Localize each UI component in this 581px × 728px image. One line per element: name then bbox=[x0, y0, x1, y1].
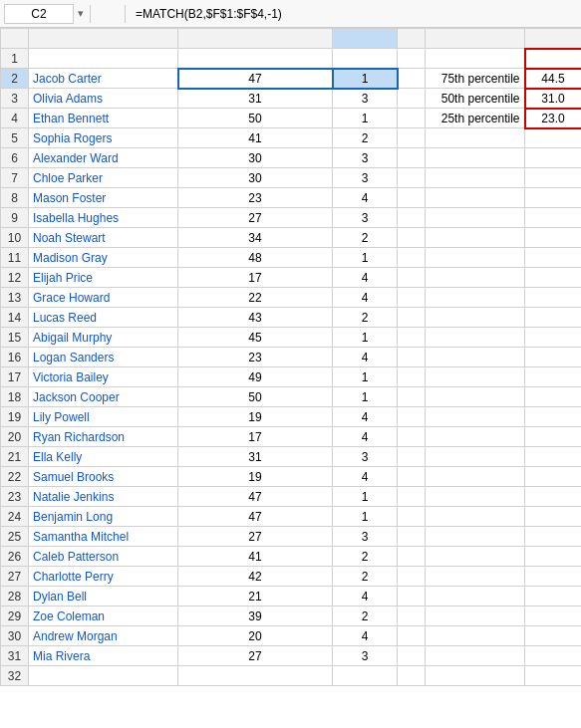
cell-E32[interactable] bbox=[426, 666, 525, 686]
cell-f16[interactable] bbox=[525, 348, 582, 367]
cell-b4[interactable]: 50 bbox=[178, 109, 333, 128]
cell-c23[interactable]: 1 bbox=[333, 487, 398, 507]
cell-d10[interactable] bbox=[398, 228, 426, 248]
cell-a20[interactable]: Ryan Richardson bbox=[29, 427, 178, 447]
cell-e9[interactable] bbox=[426, 208, 525, 228]
cell-d6[interactable] bbox=[398, 148, 426, 168]
cell-f24[interactable] bbox=[525, 507, 582, 527]
cell-a23[interactable]: Natalie Jenkins bbox=[29, 487, 178, 507]
cell-c6[interactable]: 3 bbox=[333, 148, 398, 168]
cell-f7[interactable] bbox=[525, 168, 582, 188]
col-f-header[interactable] bbox=[525, 29, 582, 49]
cell-f29[interactable] bbox=[525, 607, 582, 626]
cell-d28[interactable] bbox=[398, 587, 426, 607]
cell-d29[interactable] bbox=[398, 607, 426, 626]
cell-a16[interactable]: Logan Sanders bbox=[29, 348, 178, 367]
cell-e5[interactable] bbox=[426, 128, 525, 148]
cell-c26[interactable]: 2 bbox=[333, 547, 398, 567]
cell-c12[interactable]: 4 bbox=[333, 268, 398, 288]
cell-d9[interactable] bbox=[398, 208, 426, 228]
cell-c21[interactable]: 3 bbox=[333, 447, 398, 467]
cell-b5[interactable]: 41 bbox=[178, 128, 333, 148]
cell-a17[interactable]: Victoria Bailey bbox=[29, 367, 178, 387]
cell-b1[interactable] bbox=[178, 49, 333, 69]
cell-c16[interactable]: 4 bbox=[333, 348, 398, 367]
cell-d20[interactable] bbox=[398, 427, 426, 447]
cell-d23[interactable] bbox=[398, 487, 426, 507]
cell-f23[interactable] bbox=[525, 487, 582, 507]
cell-e19[interactable] bbox=[426, 407, 525, 427]
cell-b23[interactable]: 47 bbox=[178, 487, 333, 507]
cell-b28[interactable]: 21 bbox=[178, 587, 333, 607]
cell-c11[interactable]: 1 bbox=[333, 248, 398, 268]
cell-e18[interactable] bbox=[426, 387, 525, 407]
cell-e7[interactable] bbox=[426, 168, 525, 188]
cell-d25[interactable] bbox=[398, 527, 426, 547]
formula-input[interactable] bbox=[132, 5, 577, 23]
cell-b13[interactable]: 22 bbox=[178, 288, 333, 308]
cell-c28[interactable]: 4 bbox=[333, 587, 398, 607]
cell-a14[interactable]: Lucas Reed bbox=[29, 308, 178, 328]
cell-f20[interactable] bbox=[525, 427, 582, 447]
cell-a29[interactable]: Zoe Coleman bbox=[29, 607, 178, 626]
cell-f19[interactable] bbox=[525, 407, 582, 427]
cell-a9[interactable]: Isabella Hughes bbox=[29, 208, 178, 228]
cell-b22[interactable]: 19 bbox=[178, 467, 333, 487]
cell-f26[interactable] bbox=[525, 547, 582, 567]
cell-d21[interactable] bbox=[398, 447, 426, 467]
cell-f27[interactable] bbox=[525, 567, 582, 587]
cell-e13[interactable] bbox=[426, 288, 525, 308]
cell-d11[interactable] bbox=[398, 248, 426, 268]
cell-e8[interactable] bbox=[426, 188, 525, 208]
cell-b14[interactable]: 43 bbox=[178, 308, 333, 328]
cell-d18[interactable] bbox=[398, 387, 426, 407]
cell-e26[interactable] bbox=[426, 547, 525, 567]
cell-a6[interactable]: Alexander Ward bbox=[29, 148, 178, 168]
cell-e17[interactable] bbox=[426, 367, 525, 387]
cell-d12[interactable] bbox=[398, 268, 426, 288]
cell-f9[interactable] bbox=[525, 208, 582, 228]
cell-e10[interactable] bbox=[426, 228, 525, 248]
cell-a4[interactable]: Ethan Bennett bbox=[29, 109, 178, 128]
cell-c4[interactable]: 1 bbox=[333, 109, 398, 128]
cell-f12[interactable] bbox=[525, 268, 582, 288]
cell-f17[interactable] bbox=[525, 367, 582, 387]
cell-a21[interactable]: Ella Kelly bbox=[29, 447, 178, 467]
cell-f25[interactable] bbox=[525, 527, 582, 547]
cell-e22[interactable] bbox=[426, 467, 525, 487]
cell-b18[interactable]: 50 bbox=[178, 387, 333, 407]
cell-e29[interactable] bbox=[426, 607, 525, 626]
cell-a2[interactable]: Jacob Carter bbox=[29, 69, 178, 89]
cell-b7[interactable]: 30 bbox=[178, 168, 333, 188]
cell-b27[interactable]: 42 bbox=[178, 567, 333, 587]
cell-c25[interactable]: 3 bbox=[333, 527, 398, 547]
cell-e3[interactable]: 50th percentile bbox=[426, 89, 525, 109]
cell-a1[interactable] bbox=[29, 49, 178, 69]
cell-b10[interactable]: 34 bbox=[178, 228, 333, 248]
cell-f18[interactable] bbox=[525, 387, 582, 407]
col-e-header[interactable] bbox=[426, 29, 525, 49]
cell-a22[interactable]: Samuel Brooks bbox=[29, 467, 178, 487]
cell-F32[interactable] bbox=[525, 666, 582, 686]
cell-name-box[interactable] bbox=[4, 4, 74, 24]
cell-c19[interactable]: 4 bbox=[333, 407, 398, 427]
cell-b3[interactable]: 31 bbox=[178, 89, 333, 109]
cell-d5[interactable] bbox=[398, 128, 426, 148]
cell-e31[interactable] bbox=[426, 646, 525, 666]
cell-c7[interactable]: 3 bbox=[333, 168, 398, 188]
cell-f3[interactable]: 31.0 bbox=[525, 89, 582, 109]
col-c-header[interactable] bbox=[333, 29, 398, 49]
cell-b25[interactable]: 27 bbox=[178, 527, 333, 547]
cell-b11[interactable]: 48 bbox=[178, 248, 333, 268]
cell-b17[interactable]: 49 bbox=[178, 367, 333, 387]
cell-d22[interactable] bbox=[398, 467, 426, 487]
cell-b29[interactable]: 39 bbox=[178, 607, 333, 626]
cell-f8[interactable] bbox=[525, 188, 582, 208]
cell-c29[interactable]: 2 bbox=[333, 607, 398, 626]
cell-B32[interactable] bbox=[178, 666, 333, 686]
cell-a11[interactable]: Madison Gray bbox=[29, 248, 178, 268]
cell-e20[interactable] bbox=[426, 427, 525, 447]
col-d-header[interactable] bbox=[398, 29, 426, 49]
cell-c20[interactable]: 4 bbox=[333, 427, 398, 447]
cell-a12[interactable]: Elijah Price bbox=[29, 268, 178, 288]
